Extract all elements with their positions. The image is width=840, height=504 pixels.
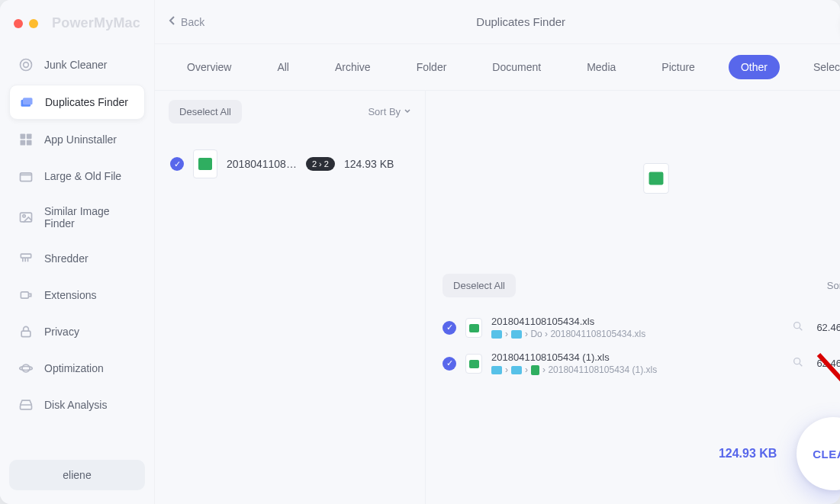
app-window: PowerMyMac Junk Cleaner Duplicates Finde… [0, 0, 840, 504]
sidebar: PowerMyMac Junk Cleaner Duplicates Finde… [0, 0, 155, 504]
svg-point-1 [24, 63, 29, 68]
back-label: Back [181, 16, 204, 28]
spreadsheet-icon [643, 163, 669, 194]
puzzle-icon [18, 287, 34, 303]
file-checkbox[interactable]: ✓ [443, 321, 456, 335]
path-segment: › Do › 2018041108105434.xls [525, 329, 645, 339]
clean-button[interactable]: CLEAN [797, 417, 840, 490]
svg-rect-6 [21, 140, 26, 146]
spreadsheet-icon [193, 149, 217, 178]
file-meta: 2018041108105434.xls › › Do › 2018041108… [491, 316, 780, 339]
sidebar-nav: Junk Cleaner Duplicates Finder App Unins… [9, 48, 145, 422]
sidebar-item-label: Junk Cleaner [44, 59, 108, 71]
group-toolbar: Deselect All Sort By [155, 91, 425, 133]
header: Back Duplicates Finder ? [155, 0, 840, 44]
disk-icon [18, 397, 34, 413]
file-icon [531, 365, 539, 375]
sidebar-item-privacy[interactable]: Privacy [9, 315, 145, 348]
svg-rect-4 [21, 134, 26, 140]
svg-rect-7 [27, 140, 32, 146]
deselect-all-button[interactable]: Deselect All [169, 100, 242, 124]
group-checkbox[interactable]: ✓ [170, 157, 184, 171]
spreadsheet-icon [465, 354, 482, 374]
file-name: 2018041108105434.xls [491, 316, 780, 327]
sort-by-button[interactable]: Sort By [368, 106, 411, 117]
spreadsheet-icon [465, 318, 482, 338]
sidebar-item-extensions[interactable]: Extensions [9, 278, 145, 312]
footer: 124.93 KB CLEAN [719, 417, 840, 490]
search-icon [792, 320, 804, 335]
svg-rect-3 [23, 98, 33, 104]
path-segment: › 2018041108105434 (1).xls [542, 364, 657, 375]
sidebar-item-label: Disk Analysis [44, 399, 107, 411]
svg-rect-5 [27, 134, 32, 140]
category-tabs: Overview All Archive Folder Document Med… [155, 44, 840, 91]
reveal-in-finder-button[interactable] [789, 319, 807, 337]
target-icon [18, 57, 34, 72]
svg-point-10 [23, 215, 25, 217]
sidebar-item-similar-image[interactable]: Similar Image Finder [9, 196, 145, 239]
detail-sort-by-button[interactable]: Sort By [827, 280, 840, 291]
user-name: eliene [63, 469, 91, 481]
titlebar: PowerMyMac [9, 9, 145, 45]
back-button[interactable]: Back [169, 15, 204, 28]
file-path: › › Do › 2018041108105434.xls [491, 329, 780, 339]
folder-icon [511, 366, 522, 374]
svg-point-17 [794, 322, 800, 328]
reveal-in-finder-button[interactable] [789, 355, 807, 373]
folder-icon [511, 330, 522, 339]
group-name: 2018041108… [227, 158, 297, 170]
file-meta: 2018041108105434 (1).xls › › › 201804110… [491, 352, 780, 375]
tab-archive[interactable]: Archive [323, 55, 383, 79]
shredder-icon [18, 251, 34, 266]
main-area: Back Duplicates Finder ? Overview All Ar… [155, 0, 840, 504]
folder-icon [491, 330, 502, 339]
svg-point-0 [21, 59, 32, 71]
group-size: 124.93 KB [344, 158, 394, 170]
sort-label: Sort By [827, 280, 840, 291]
brand-text: PowerMyMac [52, 15, 140, 31]
tab-media[interactable]: Media [574, 55, 628, 79]
sidebar-item-label: Optimization [44, 362, 104, 374]
tab-document[interactable]: Document [480, 55, 553, 79]
file-list: ✓ 2018041108105434.xls › › Do › 20180411… [426, 305, 840, 386]
file-row[interactable]: ✓ 2018041108105434 (1).xls › › › 2018041… [433, 345, 840, 381]
sidebar-item-shredder[interactable]: Shredder [9, 242, 145, 275]
sidebar-item-label: Privacy [44, 326, 79, 338]
sidebar-item-large-old[interactable]: Large & Old File [9, 159, 145, 193]
user-account[interactable]: eliene [9, 460, 145, 490]
file-path: › › › 2018041108105434 (1).xls [491, 364, 780, 375]
file-checkbox[interactable]: ✓ [443, 357, 456, 371]
file-name: 2018041108105434 (1).xls [491, 352, 780, 363]
sidebar-item-label: Similar Image Finder [44, 205, 136, 230]
svg-rect-13 [21, 331, 31, 337]
tab-selected[interactable]: Selected [801, 55, 840, 79]
lock-icon [18, 324, 34, 339]
svg-rect-12 [21, 292, 28, 298]
minimize-icon[interactable] [29, 19, 38, 28]
tab-picture[interactable]: Picture [649, 55, 707, 79]
file-size: 62.46 KB [816, 358, 840, 369]
tab-overview[interactable]: Overview [175, 55, 243, 79]
duplicate-group-row[interactable]: ✓ 2018041108… 2 › 2 124.93 KB [164, 140, 416, 188]
detail-deselect-all-button[interactable]: Deselect All [443, 274, 516, 297]
file-row[interactable]: ✓ 2018041108105434.xls › › Do › 20180411… [433, 310, 840, 345]
tab-all[interactable]: All [265, 55, 301, 79]
tab-other[interactable]: Other [729, 55, 780, 79]
svg-rect-8 [21, 173, 32, 181]
search-icon [792, 356, 804, 371]
planet-icon [18, 361, 34, 376]
sidebar-item-duplicates[interactable]: Duplicates Finder [9, 85, 145, 120]
sort-label: Sort By [368, 106, 401, 117]
tab-folder[interactable]: Folder [404, 55, 459, 79]
sidebar-item-optimization[interactable]: Optimization [9, 352, 145, 385]
chevron-down-icon [404, 106, 411, 117]
sidebar-item-disk-analysis[interactable]: Disk Analysis [9, 388, 145, 422]
group-pane: Deselect All Sort By ✓ 2018041108… 2 › 2 [155, 91, 426, 504]
close-icon[interactable] [14, 19, 23, 28]
folder-stack-icon [19, 95, 34, 110]
window-controls [14, 19, 38, 28]
sidebar-item-app-uninstaller[interactable]: App Uninstaller [9, 123, 145, 156]
svg-point-14 [22, 364, 30, 372]
sidebar-item-junk-cleaner[interactable]: Junk Cleaner [9, 48, 145, 82]
